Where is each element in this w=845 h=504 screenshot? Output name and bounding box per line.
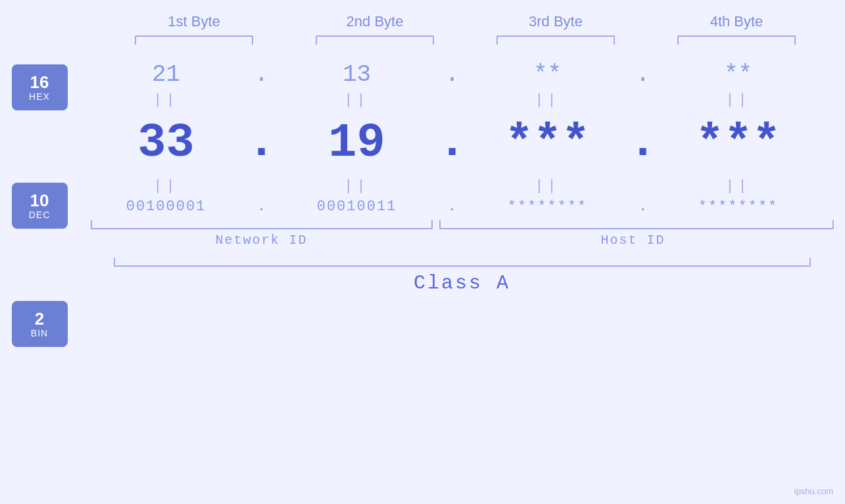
- byte-2-header: 2nd Byte: [302, 13, 447, 30]
- hex-row: 21 . 13 . ** . **: [91, 61, 834, 88]
- bin-val-4: ********: [663, 198, 814, 215]
- dec-badge: 10 DEC: [12, 183, 68, 229]
- dec-dot-3: .: [623, 112, 663, 174]
- bottom-brackets-row: [91, 220, 834, 229]
- hex-number: 16: [30, 73, 49, 92]
- values-section: 21 . 13 . ** . ** || || || || 33: [91, 58, 840, 294]
- bin-val-2: 00010011: [281, 198, 433, 215]
- dec-dot-2: .: [433, 112, 472, 174]
- bin-row: 00100001 . 00010011 . ******** . *******…: [91, 198, 834, 215]
- bin-dot-2: .: [433, 198, 472, 215]
- network-id-label: Network ID: [91, 233, 433, 248]
- bracket-2: [316, 35, 434, 45]
- dec-val-4: ***: [663, 116, 814, 170]
- watermark: ipshu.com: [794, 486, 833, 496]
- hex-name: HEX: [29, 91, 50, 102]
- byte-headers-row: 1st Byte 2nd Byte 3rd Byte 4th Byte: [104, 13, 827, 30]
- top-brackets-row: [104, 35, 827, 45]
- network-bracket: [91, 220, 433, 229]
- eq2-3: ||: [472, 178, 623, 195]
- dec-row: 33 . 19 . *** . ***: [91, 112, 834, 174]
- hex-dot-2: .: [433, 61, 472, 88]
- hex-val-2: 13: [281, 61, 433, 88]
- full-bracket-row: [91, 258, 834, 267]
- eq2-1: ||: [91, 178, 242, 195]
- eq-3: ||: [472, 92, 623, 108]
- class-label: Class A: [414, 272, 510, 294]
- dec-val-2: 19: [281, 116, 433, 170]
- id-labels-row: Network ID Host ID: [91, 233, 834, 248]
- base-labels-column: 16 HEX 10 DEC 2 BIN: [12, 64, 78, 347]
- bin-val-3: ********: [472, 198, 623, 215]
- dec-val-3: ***: [472, 116, 623, 170]
- main-container: 1st Byte 2nd Byte 3rd Byte 4th Byte 16 H…: [0, 0, 845, 504]
- byte-4-header: 4th Byte: [664, 13, 809, 30]
- equals-row-2: || || || ||: [91, 178, 834, 195]
- hex-val-3: **: [472, 61, 623, 88]
- bin-badge: 2 BIN: [12, 301, 68, 347]
- bin-val-1: 00100001: [91, 198, 242, 215]
- hex-val-4: **: [663, 61, 814, 88]
- hex-dot-1: .: [242, 61, 281, 88]
- dec-dot-1: .: [242, 112, 281, 174]
- eq-1: ||: [91, 92, 242, 108]
- eq2-2: ||: [281, 178, 433, 195]
- class-label-row: Class A: [91, 272, 834, 294]
- bracket-4: [677, 35, 796, 45]
- dec-val-1: 33: [91, 116, 242, 170]
- eq2-4: ||: [663, 178, 814, 195]
- bin-number: 2: [35, 309, 44, 329]
- host-id-label: Host ID: [433, 233, 834, 248]
- hex-dot-3: .: [623, 61, 663, 88]
- bin-dot-1: .: [242, 198, 281, 215]
- bracket-1: [135, 35, 253, 45]
- byte-1-header: 1st Byte: [122, 13, 266, 30]
- bracket-3: [496, 35, 615, 45]
- full-bracket: [114, 258, 811, 267]
- dec-number: 10: [30, 191, 49, 210]
- equals-row-1: || || || ||: [91, 92, 834, 108]
- bin-name: BIN: [31, 328, 48, 338]
- bin-dot-3: .: [623, 198, 663, 215]
- hex-badge: 16 HEX: [12, 64, 68, 110]
- byte-3-header: 3rd Byte: [483, 13, 628, 30]
- eq-4: ||: [663, 92, 814, 108]
- hex-val-1: 21: [91, 61, 242, 88]
- main-grid: 16 HEX 10 DEC 2 BIN 21 . 13 . ** . **: [12, 58, 840, 347]
- eq-2: ||: [281, 92, 433, 108]
- host-bracket: [439, 220, 834, 229]
- dec-name: DEC: [29, 210, 51, 220]
